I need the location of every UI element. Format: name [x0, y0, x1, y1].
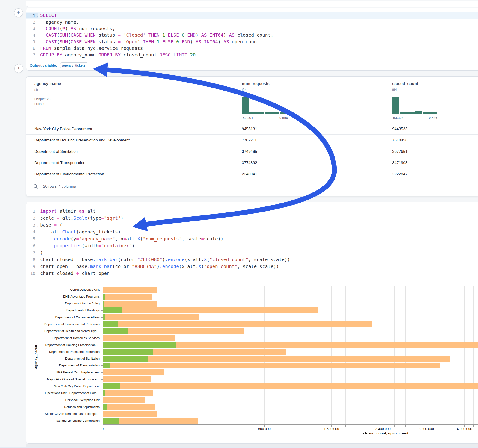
code-line[interactable]: 1⌄SELECT	[26, 12, 478, 19]
line-number: 3	[26, 26, 38, 31]
python-cell: 1import altair as alt2scale = alt.Scale(…	[26, 202, 478, 444]
row-count-text: 20 rows, 4 columns	[43, 184, 76, 188]
fold-chevron-icon[interactable]: ⌄	[37, 14, 38, 17]
column-stat-unique: unique: 20	[34, 97, 61, 101]
add-cell-button[interactable]: +	[14, 8, 23, 17]
result-table-panel: agency_name str unique: 20 nulls: 0 num_…	[26, 76, 478, 196]
line-number: 7	[26, 52, 38, 57]
line-number: 9	[26, 264, 38, 269]
histogram-bar	[430, 112, 437, 114]
cell-closed-count: 9443533	[392, 127, 408, 131]
cell-num-requests: 3749485	[242, 149, 257, 154]
cell-num-requests: 2240041	[242, 172, 257, 176]
histogram-bar	[400, 112, 407, 114]
code-line[interactable]: 3 COUNT(*) AS num_requests,	[26, 25, 478, 32]
cell-agency-name: Department of Housing Preservation and D…	[34, 138, 130, 143]
code-line[interactable]: 2 agency_name,	[26, 19, 478, 25]
column-stat-nulls: nulls: 0	[34, 102, 61, 106]
code-line[interactable]: 4 CAST(SUM(CASE WHEN status = 'Closed' T…	[26, 32, 478, 38]
histogram-bar	[392, 97, 399, 114]
histogram-bar	[250, 112, 257, 114]
line-number: 2	[26, 20, 38, 25]
table-row[interactable]: Department of Transportation377489234719…	[26, 157, 478, 168]
code-line[interactable]: 8chart_closed = base.mark_bar(color="#FF…	[26, 256, 478, 263]
line-number: 5	[26, 39, 38, 44]
cell-closed-count: 7618456	[392, 138, 408, 143]
histogram-bar	[257, 112, 264, 114]
column-name: num_requests	[242, 81, 270, 86]
code-line[interactable]: 5 .encode(y="agency_name", x=alt.X("num_…	[26, 235, 478, 242]
line-number: 5	[26, 236, 38, 241]
code-line[interactable]: 4 alt.Chart(agency_tickets)	[26, 228, 478, 235]
cell-agency-name: New York City Police Department	[34, 127, 92, 131]
table-footer: 20 rows, 4 columns	[33, 184, 76, 189]
column-name: agency_name	[34, 81, 61, 86]
code-line[interactable]: 1import altair as alt	[26, 208, 478, 215]
histogram-max-label: 9.4e6	[429, 116, 437, 120]
table-row[interactable]: Department of Environmental Protection22…	[26, 168, 478, 180]
histogram-bar	[423, 112, 430, 114]
line-number: 3⌄	[26, 223, 38, 227]
column-type: i64	[242, 87, 270, 92]
histogram-bar	[415, 111, 422, 114]
line-number: 6	[26, 46, 38, 51]
cell-agency-name: Department of Sanitation	[34, 149, 78, 154]
column-header-agency-name[interactable]: agency_name str unique: 20 nulls: 0	[34, 81, 61, 106]
text-cursor	[60, 13, 60, 19]
table-row[interactable]: Department of Sanitation37494853677651	[26, 146, 478, 157]
code-line[interactable]: 10chart_closed + chart_open	[26, 270, 478, 277]
line-number: 4	[26, 230, 38, 234]
search-icon[interactable]	[33, 184, 38, 189]
line-number: 7	[26, 250, 38, 255]
notebook-page: + 1⌄SELECT 2 agency_name,3 COUNT(*) AS n…	[0, 0, 478, 448]
column-type: i64	[392, 87, 418, 92]
histogram-bar	[280, 112, 287, 114]
code-line[interactable]: 9chart_open = base.mark_bar(color="#8BC3…	[26, 263, 478, 270]
fold-chevron-icon[interactable]: ⌄	[37, 224, 38, 227]
table-row[interactable]: New York City Police Department945313194…	[26, 123, 478, 135]
code-line[interactable]: 3⌄base = (	[26, 221, 478, 228]
line-number: 2	[26, 216, 38, 221]
code-line[interactable]: 5 CAST(SUM(CASE WHEN status = 'Open' THE…	[26, 38, 478, 45]
line-number: 6	[26, 243, 38, 248]
add-cell-button[interactable]: +	[14, 64, 23, 73]
output-variable-pill[interactable]: agency_tickets	[60, 62, 88, 68]
histogram-max-label: 9.5e6	[279, 116, 288, 120]
cell-closed-count: 3471908	[392, 161, 408, 165]
sql-cell: 1⌄SELECT 2 agency_name,3 COUNT(*) AS num…	[26, 8, 478, 70]
histogram-num-requests	[242, 97, 287, 114]
code-line[interactable]: 6 .properties(width="container")	[26, 242, 478, 249]
previous-cell-bottom	[26, 1, 478, 7]
histogram-bar	[408, 112, 415, 114]
column-header-closed-count[interactable]: closed_count i64	[392, 81, 418, 92]
column-type: str	[34, 87, 61, 92]
sql-code-editor[interactable]: 1⌄SELECT 2 agency_name,3 COUNT(*) AS num…	[26, 12, 478, 58]
cell-agency-name: Department of Environmental Protection	[34, 172, 104, 176]
code-line[interactable]: 6FROM sample_data.nyc.service_requests	[26, 45, 478, 51]
cell-num-requests: 7782211	[242, 138, 257, 143]
cell-num-requests: 3774892	[242, 161, 257, 165]
histogram-bar	[272, 112, 279, 114]
output-variable-label: Output variable:	[30, 63, 57, 68]
cell-num-requests: 9453131	[242, 127, 257, 131]
column-header-num-requests[interactable]: num_requests i64	[242, 81, 270, 92]
output-variable-row: Output variable: agency_tickets	[26, 60, 478, 71]
cell-gap	[26, 444, 478, 447]
histogram-min-label: 53,304	[243, 116, 253, 120]
code-line[interactable]: 2scale = alt.Scale(type="sqrt")	[26, 215, 478, 221]
table-row[interactable]: Department of Housing Preservation and D…	[26, 134, 478, 146]
python-code-editor[interactable]: 1import altair as alt2scale = alt.Scale(…	[26, 208, 478, 277]
cell-agency-name: Department of Transportation	[34, 161, 85, 165]
line-number: 1	[26, 209, 38, 214]
histogram-bar	[265, 112, 272, 114]
line-number: 4	[26, 33, 38, 37]
code-line[interactable]: 7)	[26, 249, 478, 256]
code-line[interactable]: 7GROUP BY agency_name ORDER BY closed_co…	[26, 51, 478, 58]
histogram-bar	[242, 97, 249, 114]
line-number: 8	[26, 257, 38, 262]
line-number: 10	[26, 271, 38, 276]
column-name: closed_count	[392, 81, 418, 86]
histogram-closed-count	[392, 97, 437, 114]
histogram-min-label: 53,304	[393, 116, 403, 120]
cell-closed-count: 3677651	[392, 149, 408, 154]
